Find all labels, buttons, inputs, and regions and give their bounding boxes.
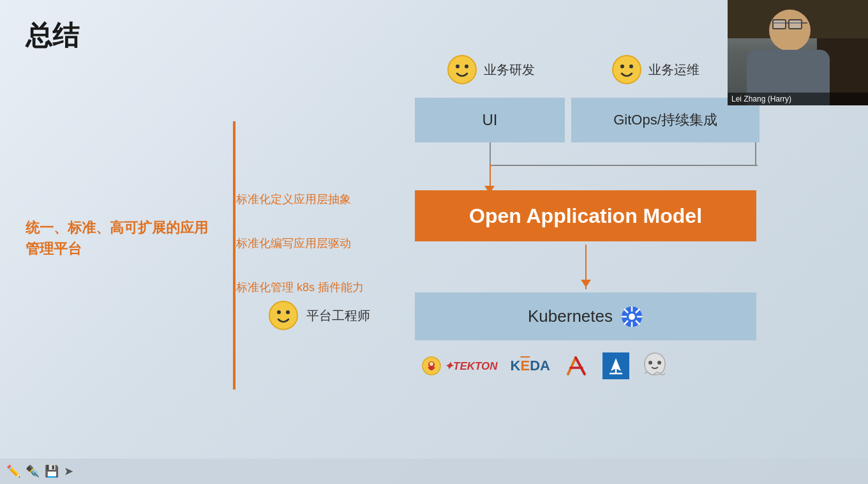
pencil-icon[interactable]: ✏️ <box>6 464 20 478</box>
svg-line-24 <box>576 358 585 374</box>
svg-point-3 <box>448 56 476 84</box>
connector-ui-down <box>490 142 491 165</box>
svg-point-1 <box>277 310 281 314</box>
svg-point-2 <box>286 310 290 314</box>
k8s-wheel-icon <box>620 305 643 328</box>
tekton-logo: ✦TEKTON <box>421 356 498 376</box>
role-yewu-yunwei-label: 业务运维 <box>648 61 700 79</box>
keda-k: K <box>511 358 521 374</box>
connector-lines <box>415 142 760 190</box>
diagram-area: 业务研发 业务运维 UI GitOps/持续集成 Open Applicatio… <box>415 54 772 380</box>
keda-logo: KEDA <box>511 358 550 374</box>
connector-arrowhead <box>484 186 495 193</box>
svg-point-29 <box>657 361 661 365</box>
save-icon[interactable]: 💾 <box>45 464 59 478</box>
svg-point-5 <box>465 64 468 68</box>
keda-e: E <box>520 358 530 374</box>
box-oam: Open Application Model <box>415 190 756 241</box>
svg-point-21 <box>430 362 433 366</box>
logos-row: ✦TEKTON KEDA <box>415 352 772 380</box>
role-yewu-yunwei: 业务运维 <box>611 54 700 85</box>
forward-icon[interactable]: ➤ <box>64 464 73 478</box>
middle-item-1: 标准化定义应用层抽象 <box>236 192 408 208</box>
arrow-head <box>581 280 591 287</box>
svg-point-10 <box>629 314 635 320</box>
svg-line-23 <box>568 358 576 374</box>
connector-horizontal <box>490 165 758 166</box>
svg-point-7 <box>620 64 624 68</box>
left-main-text: 统一、标准、高可扩展的应用管理平台 <box>26 217 217 259</box>
svg-point-4 <box>456 64 460 68</box>
box-k8s: Kubernetes <box>415 292 756 340</box>
velad-icon <box>563 352 590 379</box>
helm-logo <box>602 352 629 379</box>
wasmedge-icon <box>642 352 668 377</box>
svg-point-28 <box>648 361 652 365</box>
k8s-label: Kubernetes <box>528 306 613 326</box>
svg-point-0 <box>269 301 297 329</box>
middle-item-3: 标准化管理 k8s 插件能力 <box>236 280 408 296</box>
role-labels: 业务研发 业务运维 <box>415 54 772 85</box>
role-yewu-yanfa: 业务研发 <box>447 54 535 85</box>
yewu-yanfa-avatar <box>447 54 477 85</box>
wasmedge-logo <box>642 352 668 380</box>
top-boxes: UI GitOps/持续集成 <box>415 98 772 142</box>
left-panel: 统一、标准、高可扩展的应用管理平台 <box>26 217 217 259</box>
edit-icon[interactable]: ✒️ <box>26 464 40 478</box>
slide-title: 总结 <box>26 18 79 54</box>
box-ui: UI <box>415 98 565 142</box>
keda-da: DA <box>530 358 550 374</box>
tekton-text: ✦TEKTON <box>444 359 498 373</box>
platform-engineer: 平台工程师 <box>268 300 370 331</box>
bottom-toolbar: ✏️ ✒️ 💾 ➤ <box>0 458 868 484</box>
svg-point-6 <box>613 56 641 84</box>
video-person: Lei Zhang (Harry) <box>728 0 868 105</box>
platform-engineer-avatar <box>268 300 299 331</box>
tekton-icon <box>421 356 442 376</box>
role-yewu-yanfa-label: 业务研发 <box>484 61 535 79</box>
arrow-oam-to-k8s <box>415 241 756 292</box>
svg-point-8 <box>629 64 633 68</box>
platform-engineer-label: 平台工程师 <box>306 307 370 324</box>
video-name-tag: Lei Zhang (Harry) <box>728 93 868 105</box>
connector-gitops-down <box>755 142 756 165</box>
video-overlay: Lei Zhang (Harry) <box>728 0 868 105</box>
yewu-yunwei-avatar <box>611 54 642 85</box>
helm-icon <box>606 356 626 376</box>
middle-item-2: 标准化编写应用层驱动 <box>236 236 408 252</box>
bracket-line <box>233 121 236 389</box>
velad-logo <box>563 352 590 379</box>
